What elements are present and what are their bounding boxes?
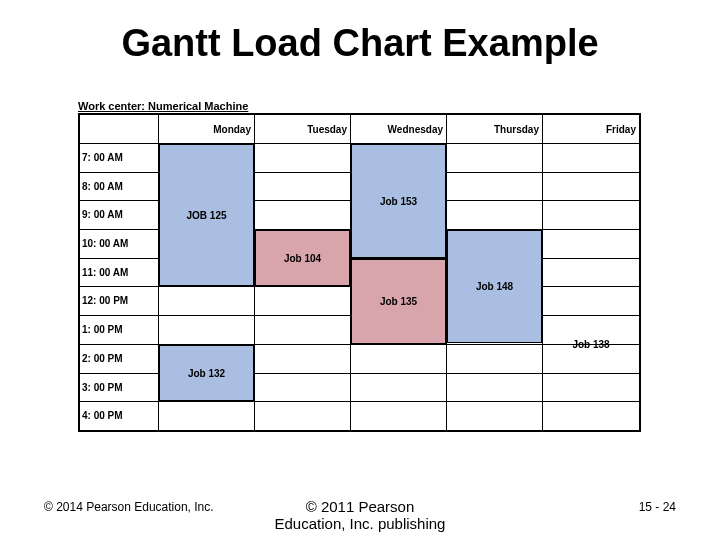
job-block-104: Job 104 (255, 230, 350, 286)
col-header-wednesday: Wednesday (350, 115, 446, 143)
row-label-1600: 4: 00 PM (80, 401, 158, 430)
copyright-center-line1: © 2011 Pearson (306, 498, 415, 515)
copyright-center-line2: Education, Inc. publishing (275, 515, 446, 532)
row-label-1000: 10: 00 AM (80, 229, 158, 258)
slide-number: 15 - 24 (639, 500, 676, 514)
row-label-0800: 8: 00 AM (80, 172, 158, 201)
grid-hline (80, 401, 639, 402)
job-block-135: Job 135 (351, 259, 446, 344)
row-label-1100: 11: 00 AM (80, 258, 158, 287)
col-header-monday: Monday (158, 115, 254, 143)
col-header-thursday: Thursday (446, 115, 542, 143)
row-label-1300: 1: 00 PM (80, 315, 158, 344)
row-label-0700: 7: 00 AM (80, 143, 158, 172)
row-label-1400: 2: 00 PM (80, 344, 158, 373)
copyright-center: © 2011 Pearson Education, Inc. publishin… (0, 498, 720, 532)
row-label-1200: 12: 00 PM (80, 286, 158, 315)
slide-title: Gantt Load Chart Example (0, 22, 720, 65)
job-block-132: Job 132 (159, 345, 254, 401)
gantt-grid: Monday Tuesday Wednesday Thursday Friday… (78, 113, 641, 432)
job-block-138: Job 138 (543, 316, 639, 373)
job-block-148: Job 148 (447, 230, 542, 343)
job-block-125: JOB 125 (159, 144, 254, 286)
col-header-friday: Friday (542, 115, 639, 143)
gantt-chart: Work center: Numerical Machine Monday Tu… (78, 100, 641, 432)
col-header-tuesday: Tuesday (254, 115, 350, 143)
job-block-153: Job 153 (351, 144, 446, 258)
row-label-1500: 3: 00 PM (80, 373, 158, 402)
grid-vline (542, 115, 543, 430)
slide: Gantt Load Chart Example Work center: Nu… (0, 0, 720, 540)
row-label-0900: 9: 00 AM (80, 200, 158, 229)
chart-caption: Work center: Numerical Machine (78, 100, 641, 113)
